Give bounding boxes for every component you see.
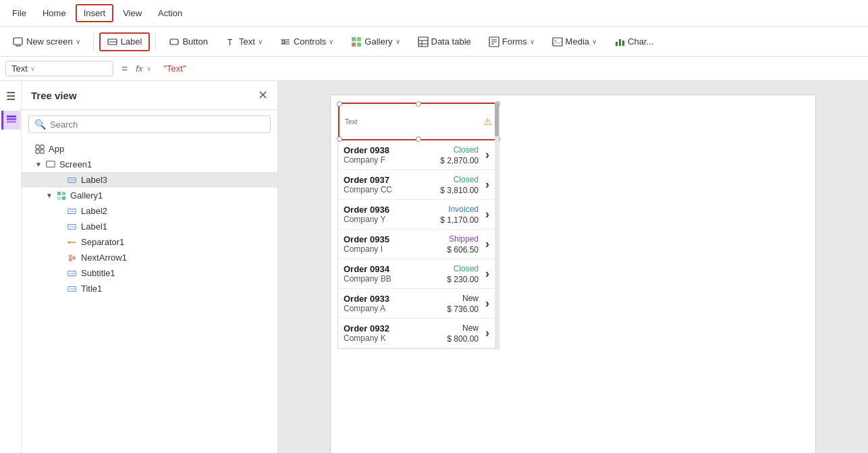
button-button[interactable]: Button	[161, 33, 215, 51]
label3-selected-overlay[interactable]: Text ⚠	[338, 103, 499, 140]
media-button[interactable]: Media ∨	[545, 33, 604, 51]
gallery-icon	[351, 36, 362, 47]
row-status-amount: Shipped $ 606.50	[447, 234, 479, 255]
button-icon	[169, 36, 180, 47]
svg-point-45	[68, 241, 71, 244]
svg-rect-11	[357, 37, 361, 41]
row-info: Order 0936 Company Y	[344, 205, 437, 224]
tree-item-label3[interactable]: Label3	[22, 172, 277, 188]
row-amount: $ 736.00	[447, 304, 479, 314]
hamburger-menu-icon[interactable]: ☰	[1, 86, 20, 105]
svg-rect-34	[47, 161, 55, 167]
row-info: Order 0938 Company F	[344, 145, 437, 165]
tree-item-label2[interactable]: Label2	[22, 203, 277, 219]
data-table-button[interactable]: Data table	[410, 33, 479, 51]
search-input[interactable]	[50, 119, 265, 130]
media-icon	[552, 36, 563, 47]
row-order: Order 0937	[344, 175, 437, 185]
gallery-row[interactable]: Order 0938 Company F Closed $ 2,870.00 ›	[338, 140, 499, 170]
gallery-row[interactable]: Order 0933 Company A New $ 736.00 ›	[338, 289, 499, 319]
handle-tl[interactable]	[337, 101, 342, 107]
row-chevron-icon[interactable]: ›	[485, 267, 489, 281]
property-selector[interactable]: Text ∨	[5, 61, 113, 76]
gallery-button[interactable]: Gallery ∨	[344, 33, 407, 51]
row-chevron-icon[interactable]: ›	[485, 237, 489, 251]
gallery-row[interactable]: Order 0936 Company Y Invoiced $ 1,170.00…	[338, 200, 499, 230]
svg-rect-13	[357, 43, 361, 47]
handle-tm[interactable]	[416, 101, 421, 107]
gallery-row[interactable]: Order 0937 Company CC Closed $ 3,810.00 …	[338, 170, 499, 200]
row-order: Order 0938	[344, 145, 437, 155]
label-button[interactable]: Label	[99, 32, 151, 51]
row-company: Company Y	[344, 215, 437, 224]
svg-point-23	[554, 39, 556, 41]
tree-close-button[interactable]: ✕	[258, 88, 268, 103]
row-chevron-icon[interactable]: ›	[485, 326, 489, 340]
tree-item-app[interactable]: App	[22, 141, 277, 157]
tree-item-label1[interactable]: Label1	[22, 219, 277, 234]
row-chevron-icon[interactable]: ›	[485, 148, 489, 162]
tree-header: Tree view ✕	[22, 81, 277, 110]
text-button[interactable]: T Text ∨	[218, 33, 270, 51]
text-chevron-icon: ∨	[258, 38, 263, 45]
main-area: ☰ Tree view ✕ 🔍 App ▼ Sc	[0, 81, 868, 453]
svg-rect-33	[40, 149, 44, 153]
tree-item-title1[interactable]: Title1	[22, 281, 277, 296]
tree-gallery1-label: Gallery1	[70, 190, 103, 201]
tree-label3-label: Label3	[81, 175, 107, 185]
label1-icon	[67, 222, 77, 232]
handle-bm[interactable]	[416, 136, 421, 142]
svg-rect-26	[622, 41, 624, 46]
row-status: Closed	[454, 264, 479, 273]
row-status-amount: Closed $ 230.00	[447, 264, 479, 284]
scrollbar-track[interactable]	[495, 103, 499, 348]
row-chevron-icon[interactable]: ›	[485, 207, 489, 221]
gallery-row[interactable]: Order 0932 Company K New $ 800.00 ›	[338, 319, 499, 348]
row-order: Order 0932	[344, 323, 444, 334]
tree-nextarrow1-label: NextArrow1	[81, 252, 127, 263]
handle-bl[interactable]	[337, 136, 342, 142]
row-order: Order 0936	[344, 205, 437, 215]
tree-item-nextarrow1[interactable]: NextArrow1	[22, 250, 277, 265]
controls-icon	[280, 36, 291, 47]
row-status-amount: Closed $ 2,870.00	[440, 145, 479, 165]
tree-item-screen1[interactable]: ▼ Screen1	[22, 157, 277, 172]
forms-label: Forms	[502, 36, 527, 47]
menu-item-action[interactable]: Action	[151, 5, 189, 21]
svg-rect-10	[352, 37, 356, 41]
tree-app-label: App	[49, 144, 64, 154]
gallery-row[interactable]: Order 0934 Company BB Closed $ 230.00 ›	[338, 259, 499, 289]
charts-label: Char...	[628, 36, 653, 47]
menu-item-insert[interactable]: Insert	[76, 4, 114, 22]
tree-item-gallery1[interactable]: ▼ Gallery1	[22, 188, 277, 203]
scrollbar-thumb[interactable]	[495, 103, 499, 136]
layers-icon[interactable]	[1, 111, 20, 130]
menu-item-view[interactable]: View	[116, 5, 148, 21]
formula-value[interactable]: "Text"	[161, 63, 863, 74]
row-info: Order 0932 Company K	[344, 323, 444, 343]
formula-bar: Text ∨ = fx ∨ "Text"	[0, 57, 868, 81]
new-screen-icon	[13, 36, 24, 47]
media-chevron-icon: ∨	[592, 38, 597, 45]
tree-item-subtitle1[interactable]: Subtitle1	[22, 265, 277, 281]
svg-rect-27	[7, 118, 16, 120]
menu-item-home[interactable]: Home	[36, 5, 73, 21]
label2-icon	[67, 207, 77, 216]
new-screen-button[interactable]: New screen ∨	[5, 33, 88, 51]
row-status: Closed	[454, 145, 479, 155]
controls-button[interactable]: Controls ∨	[273, 33, 341, 51]
svg-point-48	[69, 258, 72, 261]
gallery-chevron-icon: ∨	[396, 38, 400, 45]
toolbar-separator-2	[155, 32, 156, 51]
row-status-amount: Invoiced $ 1,170.00	[440, 205, 479, 225]
tree-item-separator1[interactable]: Separator1	[22, 234, 277, 250]
row-chevron-icon[interactable]: ›	[485, 178, 489, 192]
svg-text:T: T	[227, 38, 233, 47]
menu-item-file[interactable]: File	[5, 5, 33, 21]
forms-button[interactable]: Forms ∨	[481, 33, 542, 51]
charts-button[interactable]: Char...	[607, 33, 661, 51]
svg-rect-30	[36, 144, 39, 148]
gallery-row[interactable]: Order 0935 Company I Shipped $ 606.50 ›	[338, 230, 499, 259]
row-chevron-icon[interactable]: ›	[485, 296, 489, 311]
svg-rect-29	[7, 115, 16, 117]
